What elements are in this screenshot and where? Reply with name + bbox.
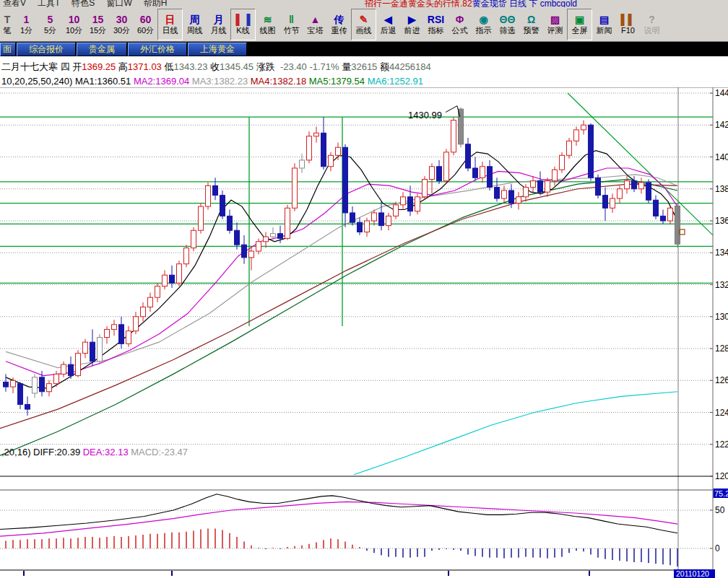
text-segment: 30 bbox=[116, 14, 128, 25]
price-tick-label: 144 bbox=[715, 88, 728, 98]
btn-1min[interactable]: 11分 bbox=[14, 9, 38, 40]
btn-retransmit[interactable]: 传重传 bbox=[327, 9, 351, 40]
btn-drawline[interactable]: ✎画线 bbox=[351, 9, 376, 40]
btn-daily-icon: 日 bbox=[165, 13, 176, 26]
tab-贵金属[interactable]: 贵金属 bbox=[77, 43, 127, 56]
tab-综合报价[interactable]: 综合报价 bbox=[17, 43, 76, 56]
grid-lines bbox=[0, 93, 713, 548]
candle bbox=[61, 362, 66, 377]
candle bbox=[538, 171, 543, 195]
btn-10min[interactable]: 1010分 bbox=[62, 9, 86, 40]
text-segment: ▌ bbox=[236, 14, 243, 25]
btn-linechart[interactable]: ≋线图 bbox=[256, 9, 280, 40]
candle bbox=[112, 320, 117, 336]
menu-item[interactable]: 窗口W bbox=[106, 0, 131, 7]
text-segment: -23.40 -1.71% bbox=[280, 61, 342, 72]
price-chart-canvas[interactable]: 1430.99144142140138136134132130128126124… bbox=[0, 87, 728, 578]
cursor-date-label: 20110120 bbox=[676, 569, 709, 578]
macd-header: ,20,16) DIFF:20.39 DEA:32.13 MACD:-23.47 bbox=[1, 447, 188, 457]
btn-5min-label: 5分 bbox=[44, 26, 56, 35]
btn-15min-icon: 15 bbox=[92, 13, 104, 26]
candle bbox=[574, 126, 579, 146]
btn-monthly-icon: 月 bbox=[214, 13, 224, 26]
text-segment: MA6:1252.91 bbox=[368, 76, 423, 87]
btn-formula[interactable]: Φ公式 bbox=[448, 9, 472, 40]
btn-daily[interactable]: 日日线 bbox=[157, 9, 183, 40]
candle bbox=[292, 163, 298, 211]
text-segment: DEA:32.13 bbox=[83, 447, 131, 457]
candle bbox=[560, 152, 565, 173]
text-segment: 传 bbox=[334, 14, 344, 25]
tab-面[interactable]: 面 bbox=[0, 43, 16, 56]
price-tick-label: 142 bbox=[715, 120, 728, 130]
text-segment: Ω bbox=[527, 14, 535, 25]
text-segment: ▨ bbox=[550, 14, 560, 25]
btn-monthly-label: 月线 bbox=[211, 26, 227, 35]
btn-f10[interactable]: ▌▌F10 bbox=[616, 9, 640, 40]
btn-indicator[interactable]: RSI指标 bbox=[424, 9, 448, 40]
candle bbox=[632, 176, 637, 192]
btn-bamboo[interactable]: ‖竹节 bbox=[280, 9, 303, 40]
tab-外汇价格[interactable]: 外汇价格 bbox=[128, 43, 187, 56]
btn-signal[interactable]: ◉指示 bbox=[472, 9, 495, 40]
menu-item[interactable]: 查看V bbox=[3, 0, 26, 7]
drawing-lines bbox=[0, 93, 713, 326]
candle bbox=[639, 178, 644, 193]
btn-indicator-icon: RSI bbox=[428, 13, 444, 26]
btn-evaluate[interactable]: ▨评测 bbox=[543, 9, 567, 40]
candle bbox=[177, 260, 182, 286]
candle bbox=[618, 185, 623, 203]
tab-上海黄金[interactable]: 上海黄金 bbox=[188, 43, 247, 56]
text-segment: 32615 bbox=[351, 61, 380, 72]
btn-15min[interactable]: 1515分 bbox=[86, 9, 110, 40]
candle bbox=[480, 162, 485, 183]
btn-30min[interactable]: 3030分 bbox=[110, 9, 134, 40]
btn-alert[interactable]: Ω预警 bbox=[519, 9, 543, 40]
text-segment: ,20,16) bbox=[1, 447, 33, 457]
btn-5min[interactable]: 55分 bbox=[38, 9, 62, 40]
btn-news[interactable]: ▤新闻 bbox=[592, 9, 616, 40]
btn-help[interactable]: ?说明 bbox=[640, 9, 664, 40]
candle bbox=[581, 121, 586, 135]
text-segment: ✎ bbox=[360, 14, 368, 25]
menu-item[interactable]: 帮助H bbox=[144, 0, 168, 7]
btn-fullscreen-label: 全屏 bbox=[572, 26, 588, 35]
candle bbox=[213, 178, 218, 200]
btn-kline[interactable]: ▌▐K线 bbox=[230, 9, 256, 40]
text-segment: RSI bbox=[428, 14, 444, 25]
btn-forward-label: 前进 bbox=[404, 26, 420, 35]
candle bbox=[264, 232, 269, 248]
text-segment: ▲ bbox=[311, 14, 321, 25]
candle bbox=[47, 380, 52, 396]
text-segment: ▤ bbox=[599, 14, 609, 25]
candle bbox=[155, 283, 160, 302]
price-tick-label: 138 bbox=[715, 184, 728, 194]
btn-retransmit-label: 重传 bbox=[332, 26, 347, 35]
btn-fullscreen[interactable]: ▣全屏 bbox=[567, 9, 592, 40]
menu-item[interactable]: 工具T bbox=[38, 0, 60, 7]
menu-item[interactable]: 特色S bbox=[72, 0, 95, 7]
btn-drawline-icon: ✎ bbox=[360, 13, 368, 26]
macd-max-label: 75.2 bbox=[714, 489, 728, 498]
text-segment: 1369.25 bbox=[82, 61, 118, 72]
candle bbox=[625, 176, 630, 193]
btn-monthly[interactable]: 月月线 bbox=[207, 9, 230, 40]
text-segment: ▐ bbox=[243, 14, 251, 25]
candle bbox=[668, 206, 673, 224]
price-marker bbox=[680, 229, 685, 235]
candle bbox=[105, 326, 110, 343]
btn-back[interactable]: ◀后退 bbox=[376, 9, 400, 40]
btn-filter[interactable]: ΘΘ筛选 bbox=[495, 9, 519, 40]
btn-1min-label: 1分 bbox=[20, 26, 32, 35]
candle bbox=[162, 271, 168, 290]
btn-tick-label: 笔 bbox=[4, 26, 12, 35]
btn-pagoda[interactable]: ▲宝塔 bbox=[303, 9, 327, 40]
candle bbox=[437, 160, 442, 184]
btn-10min-label: 10分 bbox=[66, 26, 82, 35]
btn-forward[interactable]: ▶前进 bbox=[400, 9, 424, 40]
btn-60min[interactable]: 6060分 bbox=[134, 9, 157, 40]
text-segment: 二月十七大寒 四 bbox=[1, 61, 72, 72]
btn-weekly[interactable]: 周周线 bbox=[183, 9, 207, 40]
candle bbox=[285, 205, 290, 240]
btn-tick[interactable]: T笔 bbox=[0, 9, 14, 40]
